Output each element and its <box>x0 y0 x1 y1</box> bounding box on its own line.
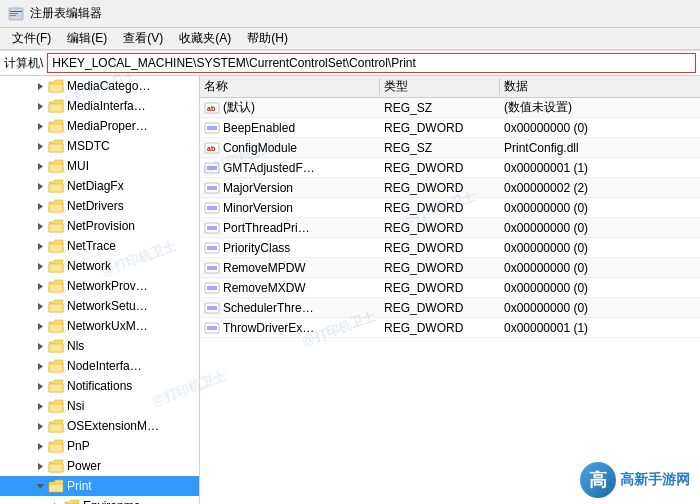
expand-icon-Network[interactable] <box>32 258 48 274</box>
expand-icon-Notifications[interactable] <box>32 378 48 394</box>
reg-value-icon <box>204 161 220 175</box>
expand-icon-PnP[interactable] <box>32 438 48 454</box>
svg-marker-16 <box>38 323 43 330</box>
sidebar-item-label-NetworkProv: NetworkProv… <box>67 279 148 293</box>
sidebar-item-Nls[interactable]: Nls <box>0 336 199 356</box>
svg-marker-10 <box>38 203 43 210</box>
table-row[interactable]: ThrowDriverEx…REG_DWORD0x00000001 (1) <box>200 318 700 338</box>
sidebar-item-NetDrivers[interactable]: NetDrivers <box>0 196 199 216</box>
expand-icon-MediaInterfa[interactable] <box>32 98 48 114</box>
logo-text: 高新手游网 <box>620 471 690 489</box>
expand-icon-NetDrivers[interactable] <box>32 198 48 214</box>
sidebar-item-label-Notifications: Notifications <box>67 379 132 393</box>
cell-data: PrintConfig.dll <box>500 141 700 155</box>
table-row[interactable]: MajorVersionREG_DWORD0x00000002 (2) <box>200 178 700 198</box>
value-name-text: RemoveMXDW <box>223 281 306 295</box>
value-name-text: ConfigModule <box>223 141 297 155</box>
sidebar-item-NetProvision[interactable]: NetProvision <box>0 216 199 236</box>
sidebar-item-PnP[interactable]: PnP <box>0 436 199 456</box>
sidebar-item-MediaCateg[interactable]: MediaCatego… <box>0 76 199 96</box>
cell-type: REG_DWORD <box>380 321 500 335</box>
expand-icon-Nsi[interactable] <box>32 398 48 414</box>
expand-icon-Power[interactable] <box>32 458 48 474</box>
table-row[interactable]: ab ConfigModuleREG_SZPrintConfig.dll <box>200 138 700 158</box>
table-row[interactable]: BeepEnabledREG_DWORD0x00000000 (0) <box>200 118 700 138</box>
reg-value-icon: ab <box>204 101 220 115</box>
expand-icon-Nls[interactable] <box>32 338 48 354</box>
sidebar-item-NetworkSetu[interactable]: NetworkSetu… <box>0 296 199 316</box>
menu-item-收藏夹(A)[interactable]: 收藏夹(A) <box>171 28 239 49</box>
expand-icon-MSDTC[interactable] <box>32 138 48 154</box>
sidebar-item-Notifications[interactable]: Notifications <box>0 376 199 396</box>
cell-type: REG_DWORD <box>380 161 500 175</box>
sidebar-item-NetTrace[interactable]: NetTrace <box>0 236 199 256</box>
main-content: MediaCatego… MediaInterfa… MediaProper… … <box>0 76 700 504</box>
cell-name: MajorVersion <box>200 181 380 195</box>
sidebar-item-Environment[interactable]: Environme… <box>0 496 199 504</box>
menu-item-编辑(E)[interactable]: 编辑(E) <box>59 28 115 49</box>
menu-item-查看(V)[interactable]: 查看(V) <box>115 28 171 49</box>
sidebar-item-label-Nls: Nls <box>67 339 84 353</box>
svg-rect-37 <box>207 186 217 190</box>
sidebar-item-NodeInterfa[interactable]: NodeInterfa… <box>0 356 199 376</box>
menu-item-帮助(H)[interactable]: 帮助(H) <box>239 28 296 49</box>
expand-icon-Environment[interactable] <box>48 498 64 504</box>
reg-value-icon <box>204 321 220 335</box>
sidebar-item-Nsi[interactable]: Nsi <box>0 396 199 416</box>
sidebar-item-Network[interactable]: Network <box>0 256 199 276</box>
expand-icon-NodeInterfa[interactable] <box>32 358 48 374</box>
table-row[interactable]: MinorVersionREG_DWORD0x00000000 (0) <box>200 198 700 218</box>
sidebar-item-Power[interactable]: Power <box>0 456 199 476</box>
cell-name: MinorVersion <box>200 201 380 215</box>
expand-icon-NetProvision[interactable] <box>32 218 48 234</box>
expand-icon-NetTrace[interactable] <box>32 238 48 254</box>
sidebar-item-label-MediaCateg: MediaCatego… <box>67 79 150 93</box>
table-row[interactable]: PortThreadPri…REG_DWORD0x00000000 (0) <box>200 218 700 238</box>
cell-type: REG_DWORD <box>380 181 500 195</box>
expand-icon-MediaCateg[interactable] <box>32 78 48 94</box>
expand-icon-NetDiagFx[interactable] <box>32 178 48 194</box>
folder-icon-OSExtensionM <box>48 419 64 433</box>
sidebar-item-Print[interactable]: Print <box>0 476 199 496</box>
table-row[interactable]: RemoveMPDWREG_DWORD0x00000000 (0) <box>200 258 700 278</box>
table-row[interactable]: SchedulerThre…REG_DWORD0x00000000 (0) <box>200 298 700 318</box>
cell-data: (数值未设置) <box>500 99 700 116</box>
expand-icon-NetworkProv[interactable] <box>32 278 48 294</box>
svg-marker-23 <box>38 463 43 470</box>
cell-type: REG_DWORD <box>380 241 500 255</box>
table-row[interactable]: PriorityClassREG_DWORD0x00000000 (0) <box>200 238 700 258</box>
expand-icon-NetworkUxM[interactable] <box>32 318 48 334</box>
table-row[interactable]: GMTAdjustedF…REG_DWORD0x00000001 (1) <box>200 158 700 178</box>
reg-value-icon <box>204 301 220 315</box>
expand-icon-NetworkSetu[interactable] <box>32 298 48 314</box>
sidebar-item-NetworkUxM[interactable]: NetworkUxM… <box>0 316 199 336</box>
sidebar-item-NetDiagFx[interactable]: NetDiagFx <box>0 176 199 196</box>
expand-icon-MediaProper[interactable] <box>32 118 48 134</box>
table-row[interactable]: ab (默认)REG_SZ(数值未设置) <box>200 98 700 118</box>
sidebar-item-label-MediaProper: MediaProper… <box>67 119 148 133</box>
value-name-text: PriorityClass <box>223 241 290 255</box>
menu-item-文件(F)[interactable]: 文件(F) <box>4 28 59 49</box>
value-name-text: MajorVersion <box>223 181 293 195</box>
sidebar-item-MediaProper[interactable]: MediaProper… <box>0 116 199 136</box>
sidebar-item-MUI[interactable]: MUI <box>0 156 199 176</box>
table-row[interactable]: RemoveMXDWREG_DWORD0x00000000 (0) <box>200 278 700 298</box>
registry-tree: MediaCatego… MediaInterfa… MediaProper… … <box>0 76 200 504</box>
sidebar-item-label-Environment: Environme… <box>83 499 152 504</box>
sidebar-item-MediaInterfa[interactable]: MediaInterfa… <box>0 96 199 116</box>
sidebar-item-OSExtensionM[interactable]: OSExtensionM… <box>0 416 199 436</box>
address-input[interactable] <box>47 53 696 73</box>
svg-marker-13 <box>38 263 43 270</box>
sidebar-item-MSDTC[interactable]: MSDTC <box>0 136 199 156</box>
sidebar-item-label-Power: Power <box>67 459 101 473</box>
expand-icon-MUI[interactable] <box>32 158 48 174</box>
expand-icon-OSExtensionM[interactable] <box>32 418 48 434</box>
app-icon <box>8 6 24 22</box>
svg-marker-17 <box>38 343 43 350</box>
sidebar-item-NetworkProv[interactable]: NetworkProv… <box>0 276 199 296</box>
svg-marker-5 <box>38 103 43 110</box>
cell-name: PortThreadPri… <box>200 221 380 235</box>
value-name-text: (默认) <box>223 99 255 116</box>
svg-text:ab: ab <box>207 145 215 152</box>
expand-icon-Print[interactable] <box>32 478 48 494</box>
